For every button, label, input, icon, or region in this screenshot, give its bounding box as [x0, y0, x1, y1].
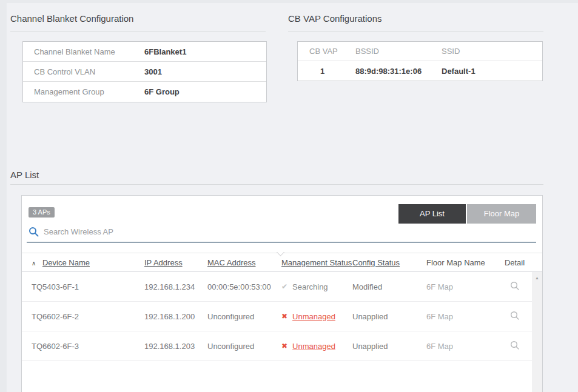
ap-count-badge: 3 APs: [29, 207, 55, 218]
window-top-edge: [0, 0, 578, 3]
cb-vap-section-rule: [288, 31, 543, 32]
ip-address-cell: 192.168.1.203: [144, 342, 207, 351]
mac-address-cell: Unconfigured: [207, 312, 281, 321]
config-status-sort-link[interactable]: Config Status: [352, 258, 400, 267]
device-name-sort-link[interactable]: Device Name: [42, 258, 90, 267]
floor-map-name-cell: 6F Map: [426, 342, 497, 351]
table-scrollbar[interactable]: ▲: [532, 272, 542, 392]
config-row: Channel Blanket Name 6FBlanket1: [23, 42, 266, 62]
floor-map-name-column-header: Floor Map Name: [426, 258, 497, 267]
ssid-value: Default-1: [442, 67, 542, 76]
config-row-label: Channel Blanket Name: [23, 47, 144, 56]
floor-map-name-cell: 6F Map: [426, 282, 497, 291]
config-status-cell: Modified: [352, 282, 426, 291]
config-row: Management Group 6F Group: [23, 82, 266, 102]
ssid-col-header: SSID: [442, 47, 542, 56]
mac-address-column-header[interactable]: MAC Address: [207, 258, 281, 267]
cb-vap-table: CB VAP BSSID SSID 1 88:9d:98:31:1e:06 De…: [297, 41, 543, 81]
ap-list-section-title: AP List: [10, 170, 39, 180]
search-bar: [29, 224, 238, 239]
ip-address-cell: 192.168.1.234: [144, 282, 207, 291]
search-input[interactable]: [44, 227, 238, 236]
ap-view-tabs: AP List Floor Map: [398, 204, 536, 224]
device-name-cell: TQ6602-6F-3: [22, 342, 144, 351]
ap-list-card: 3 APs AP List Floor Map ∧ Device Name IP…: [21, 195, 543, 392]
bssid-col-header: BSSID: [355, 47, 442, 56]
magnifier-icon: [510, 311, 520, 321]
bssid-value: 88:9d:98:31:1e:06: [355, 67, 442, 76]
detail-column-header: Detail: [497, 258, 532, 267]
detail-magnifier-button[interactable]: [510, 311, 520, 321]
channel-blanket-config-card: Channel Blanket Name 6FBlanket1 CB Contr…: [22, 41, 267, 102]
table-row[interactable]: TQ6602-6F-3 192.168.1.203 Unconfigured ✖…: [22, 331, 532, 361]
sort-ascending-icon: ∧: [32, 260, 36, 267]
search-icon: [29, 227, 39, 237]
detail-magnifier-button[interactable]: [510, 281, 520, 291]
mac-address-sort-link[interactable]: MAC Address: [207, 258, 255, 267]
config-row-value: 6FBlanket1: [144, 47, 186, 56]
ip-address-cell: 192.168.1.200: [144, 312, 207, 321]
channel-blanket-section-rule: [10, 31, 266, 32]
management-status-cell: ✖ Unmanaged: [281, 312, 352, 321]
unmanaged-link[interactable]: Unmanaged: [292, 312, 335, 321]
config-status-column-header[interactable]: Config Status: [352, 258, 426, 267]
ap-list-section-rule: [10, 184, 543, 185]
config-status-cell: Unapplied: [352, 312, 426, 321]
tab-ap-list[interactable]: AP List: [398, 204, 466, 224]
unmanaged-link[interactable]: Unmanaged: [292, 342, 335, 351]
window-left-edge: [0, 0, 7, 392]
ip-address-sort-link[interactable]: IP Address: [144, 258, 183, 267]
cb-vap-table-row: 1 88:9d:98:31:1e:06 Default-1: [298, 61, 542, 81]
ap-table-header-row: ∧ Device Name IP Address MAC Address Man…: [22, 253, 542, 272]
management-status-column-header[interactable]: Management Status: [281, 258, 352, 267]
mac-address-cell: 00:00:5e:00:53:00: [207, 282, 281, 291]
management-status-sort-link[interactable]: Management Status: [281, 258, 352, 267]
ap-table-body: TQ5403-6F-1 192.168.1.234 00:00:5e:00:53…: [22, 272, 532, 361]
config-row: CB Control VLAN 3001: [23, 62, 266, 82]
management-status-cell: ✖ Unmanaged: [281, 342, 352, 351]
management-status-text: Searching: [292, 282, 328, 291]
config-row-label: Management Group: [23, 87, 144, 96]
management-status-cell: ✔ Searching: [281, 282, 352, 291]
ip-address-column-header[interactable]: IP Address: [144, 258, 207, 267]
device-name-column-header[interactable]: ∧ Device Name: [22, 258, 144, 267]
cb-vap-value: 1: [298, 67, 355, 76]
x-icon: ✖: [281, 312, 287, 321]
cb-vap-col-header: CB VAP: [298, 47, 355, 56]
config-row-label: CB Control VLAN: [23, 67, 144, 76]
floor-map-name-cell: 6F Map: [426, 312, 497, 321]
device-name-cell: TQ6602-6F-2: [22, 312, 144, 321]
check-icon: ✔: [281, 282, 287, 291]
magnifier-icon: [510, 341, 520, 350]
magnifier-icon: [510, 281, 520, 291]
table-row[interactable]: TQ6602-6F-2 192.168.1.200 Unconfigured ✖…: [22, 302, 532, 331]
channel-blanket-section-title: Channel Blanket Configuration: [10, 13, 133, 24]
config-status-cell: Unapplied: [352, 342, 426, 351]
config-row-value: 6F Group: [144, 87, 180, 96]
cb-vap-table-header: CB VAP BSSID SSID: [298, 42, 542, 61]
config-row-value: 3001: [144, 67, 162, 76]
detail-magnifier-button[interactable]: [510, 341, 520, 350]
tab-floor-map[interactable]: Floor Map: [467, 204, 536, 224]
x-icon: ✖: [281, 342, 287, 350]
scroll-up-arrow-icon[interactable]: ▲: [532, 272, 542, 280]
device-name-cell: TQ5403-6F-1: [22, 282, 144, 291]
search-underline: [27, 242, 536, 243]
mac-address-cell: Unconfigured: [207, 342, 281, 351]
cb-vap-section-title: CB VAP Configurations: [288, 13, 382, 24]
table-row[interactable]: TQ5403-6F-1 192.168.1.234 00:00:5e:00:53…: [22, 272, 532, 302]
